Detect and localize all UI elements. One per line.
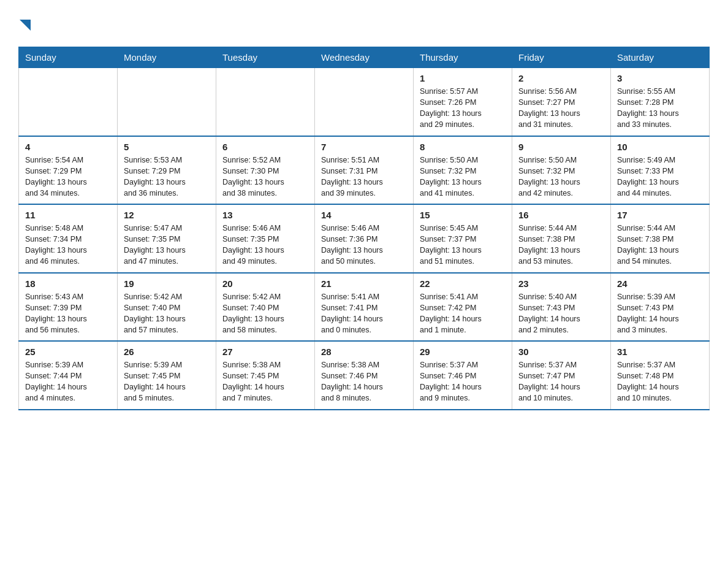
calendar-cell: 5Sunrise: 5:53 AMSunset: 7:29 PMDaylight…: [118, 136, 216, 205]
day-info: Sunrise: 5:50 AMSunset: 7:32 PMDaylight:…: [518, 155, 604, 199]
calendar-cell: 21Sunrise: 5:41 AMSunset: 7:41 PMDayligh…: [315, 273, 414, 342]
day-info: Sunrise: 5:44 AMSunset: 7:38 PMDaylight:…: [617, 223, 703, 267]
calendar-cell: 19Sunrise: 5:42 AMSunset: 7:40 PMDayligh…: [118, 273, 216, 342]
calendar-cell: 6Sunrise: 5:52 AMSunset: 7:30 PMDaylight…: [216, 136, 315, 205]
calendar-cell: 18Sunrise: 5:43 AMSunset: 7:39 PMDayligh…: [19, 273, 118, 342]
day-number: 5: [124, 142, 210, 152]
day-info: Sunrise: 5:57 AMSunset: 7:26 PMDaylight:…: [420, 86, 506, 131]
day-number: 24: [617, 278, 703, 289]
day-info: Sunrise: 5:48 AMSunset: 7:34 PMDaylight:…: [25, 223, 111, 267]
day-number: 13: [222, 210, 308, 220]
day-info: Sunrise: 5:44 AMSunset: 7:38 PMDaylight:…: [518, 223, 604, 267]
logo: [18, 18, 33, 34]
day-info: Sunrise: 5:56 AMSunset: 7:27 PMDaylight:…: [518, 86, 604, 131]
calendar-header-row: SundayMondayTuesdayWednesdayThursdayFrid…: [19, 47, 710, 68]
calendar-cell: 12Sunrise: 5:47 AMSunset: 7:35 PMDayligh…: [118, 204, 216, 273]
day-info: Sunrise: 5:51 AMSunset: 7:31 PMDaylight:…: [321, 155, 407, 199]
page-header: [18, 12, 710, 34]
day-number: 18: [25, 278, 111, 289]
day-number: 2: [518, 73, 604, 83]
calendar-cell: 4Sunrise: 5:54 AMSunset: 7:29 PMDaylight…: [19, 136, 118, 205]
calendar-cell: 13Sunrise: 5:46 AMSunset: 7:35 PMDayligh…: [216, 204, 315, 273]
day-info: Sunrise: 5:53 AMSunset: 7:29 PMDaylight:…: [124, 155, 210, 199]
day-number: 7: [321, 142, 407, 152]
day-info: Sunrise: 5:46 AMSunset: 7:35 PMDaylight:…: [222, 223, 308, 267]
day-number: 21: [321, 278, 407, 289]
calendar-cell: 3Sunrise: 5:55 AMSunset: 7:28 PMDaylight…: [611, 68, 710, 136]
header-thursday: Thursday: [414, 47, 512, 68]
calendar-cell: 9Sunrise: 5:50 AMSunset: 7:32 PMDaylight…: [512, 136, 611, 205]
day-number: 10: [617, 142, 703, 152]
day-number: 9: [518, 142, 604, 152]
day-number: 1: [420, 73, 506, 83]
calendar-cell: 16Sunrise: 5:44 AMSunset: 7:38 PMDayligh…: [512, 204, 611, 273]
calendar-cell: 2Sunrise: 5:56 AMSunset: 7:27 PMDaylight…: [512, 68, 611, 136]
day-number: 31: [617, 347, 703, 357]
calendar-cell: 20Sunrise: 5:42 AMSunset: 7:40 PMDayligh…: [216, 273, 315, 342]
calendar-cell: 24Sunrise: 5:39 AMSunset: 7:43 PMDayligh…: [611, 273, 710, 342]
day-info: Sunrise: 5:50 AMSunset: 7:32 PMDaylight:…: [420, 155, 506, 199]
calendar-cell: 26Sunrise: 5:39 AMSunset: 7:45 PMDayligh…: [118, 341, 216, 410]
day-info: Sunrise: 5:40 AMSunset: 7:43 PMDaylight:…: [518, 291, 604, 336]
day-number: 19: [124, 278, 210, 289]
calendar-cell: 7Sunrise: 5:51 AMSunset: 7:31 PMDaylight…: [315, 136, 414, 205]
day-info: Sunrise: 5:49 AMSunset: 7:33 PMDaylight:…: [617, 155, 703, 199]
calendar-cell: [315, 68, 414, 136]
day-info: Sunrise: 5:47 AMSunset: 7:35 PMDaylight:…: [124, 223, 210, 267]
calendar-cell: 31Sunrise: 5:37 AMSunset: 7:48 PMDayligh…: [611, 341, 710, 410]
calendar-cell: [216, 68, 315, 136]
day-info: Sunrise: 5:41 AMSunset: 7:42 PMDaylight:…: [420, 291, 506, 336]
day-info: Sunrise: 5:37 AMSunset: 7:48 PMDaylight:…: [617, 359, 703, 404]
day-info: Sunrise: 5:52 AMSunset: 7:30 PMDaylight:…: [222, 155, 308, 199]
day-number: 15: [420, 210, 506, 220]
logo-triangle-icon: [20, 17, 33, 34]
day-info: Sunrise: 5:42 AMSunset: 7:40 PMDaylight:…: [124, 291, 210, 336]
day-info: Sunrise: 5:54 AMSunset: 7:29 PMDaylight:…: [25, 155, 111, 199]
day-number: 17: [617, 210, 703, 220]
day-number: 4: [25, 142, 111, 152]
calendar-cell: 8Sunrise: 5:50 AMSunset: 7:32 PMDaylight…: [414, 136, 512, 205]
calendar-cell: 29Sunrise: 5:37 AMSunset: 7:46 PMDayligh…: [414, 341, 512, 410]
day-number: 26: [124, 347, 210, 357]
day-number: 16: [518, 210, 604, 220]
header-saturday: Saturday: [611, 47, 710, 68]
calendar-cell: 17Sunrise: 5:44 AMSunset: 7:38 PMDayligh…: [611, 204, 710, 273]
day-number: 22: [420, 278, 506, 289]
calendar-cell: [118, 68, 216, 136]
day-number: 6: [222, 142, 308, 152]
calendar-cell: 14Sunrise: 5:46 AMSunset: 7:36 PMDayligh…: [315, 204, 414, 273]
header-sunday: Sunday: [19, 47, 118, 68]
day-number: 3: [617, 73, 703, 83]
calendar-cell: 23Sunrise: 5:40 AMSunset: 7:43 PMDayligh…: [512, 273, 611, 342]
header-wednesday: Wednesday: [315, 47, 414, 68]
day-info: Sunrise: 5:38 AMSunset: 7:46 PMDaylight:…: [321, 359, 407, 404]
day-number: 8: [420, 142, 506, 152]
day-info: Sunrise: 5:41 AMSunset: 7:41 PMDaylight:…: [321, 291, 407, 336]
day-number: 25: [25, 347, 111, 357]
header-friday: Friday: [512, 47, 611, 68]
day-info: Sunrise: 5:37 AMSunset: 7:47 PMDaylight:…: [518, 359, 604, 404]
day-info: Sunrise: 5:39 AMSunset: 7:44 PMDaylight:…: [25, 359, 111, 404]
day-number: 11: [25, 210, 111, 220]
calendar-cell: 11Sunrise: 5:48 AMSunset: 7:34 PMDayligh…: [19, 204, 118, 273]
day-number: 12: [124, 210, 210, 220]
calendar-week-5: 25Sunrise: 5:39 AMSunset: 7:44 PMDayligh…: [19, 341, 710, 410]
calendar-cell: 15Sunrise: 5:45 AMSunset: 7:37 PMDayligh…: [414, 204, 512, 273]
day-info: Sunrise: 5:46 AMSunset: 7:36 PMDaylight:…: [321, 223, 407, 267]
calendar-week-4: 18Sunrise: 5:43 AMSunset: 7:39 PMDayligh…: [19, 273, 710, 342]
calendar-cell: 22Sunrise: 5:41 AMSunset: 7:42 PMDayligh…: [414, 273, 512, 342]
header-monday: Monday: [118, 47, 216, 68]
svg-marker-0: [20, 20, 31, 31]
day-info: Sunrise: 5:42 AMSunset: 7:40 PMDaylight:…: [222, 291, 308, 336]
calendar-cell: 27Sunrise: 5:38 AMSunset: 7:45 PMDayligh…: [216, 341, 315, 410]
day-info: Sunrise: 5:45 AMSunset: 7:37 PMDaylight:…: [420, 223, 506, 267]
calendar-cell: 28Sunrise: 5:38 AMSunset: 7:46 PMDayligh…: [315, 341, 414, 410]
day-info: Sunrise: 5:38 AMSunset: 7:45 PMDaylight:…: [222, 359, 308, 404]
calendar-cell: 10Sunrise: 5:49 AMSunset: 7:33 PMDayligh…: [611, 136, 710, 205]
calendar-week-1: 1Sunrise: 5:57 AMSunset: 7:26 PMDaylight…: [19, 68, 710, 136]
calendar-table: SundayMondayTuesdayWednesdayThursdayFrid…: [18, 47, 710, 410]
day-info: Sunrise: 5:39 AMSunset: 7:43 PMDaylight:…: [617, 291, 703, 336]
day-number: 23: [518, 278, 604, 289]
calendar-cell: 25Sunrise: 5:39 AMSunset: 7:44 PMDayligh…: [19, 341, 118, 410]
day-info: Sunrise: 5:43 AMSunset: 7:39 PMDaylight:…: [25, 291, 111, 336]
